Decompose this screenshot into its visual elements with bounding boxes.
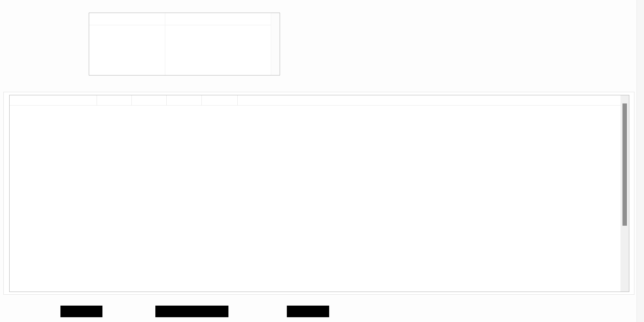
test-started-display (155, 306, 228, 317)
stats-scrollbar-thumb[interactable] (622, 103, 627, 226)
stats-column-header-average[interactable] (202, 95, 238, 106)
event-log-header (89, 13, 280, 25)
stats-column-header-current[interactable] (97, 95, 132, 106)
stats-column-header-minimum[interactable] (132, 95, 167, 106)
stats-column-header-item[interactable] (10, 95, 97, 106)
stats-column-header-maximum[interactable] (167, 95, 202, 106)
log-scrollbar-track[interactable] (271, 13, 280, 75)
system-stability-test-window (0, 0, 644, 322)
elapsed-time-display (287, 306, 329, 317)
window-right-edge (636, 0, 644, 322)
log-column-separator (165, 13, 165, 75)
stats-column-header-filler (238, 95, 629, 106)
status-bar (0, 306, 644, 317)
remaining-battery-display (60, 306, 102, 317)
stats-scrollbar-track[interactable] (620, 95, 629, 292)
event-log-table (89, 13, 280, 75)
statistics-table (9, 95, 629, 292)
statistics-table-header (10, 95, 629, 106)
